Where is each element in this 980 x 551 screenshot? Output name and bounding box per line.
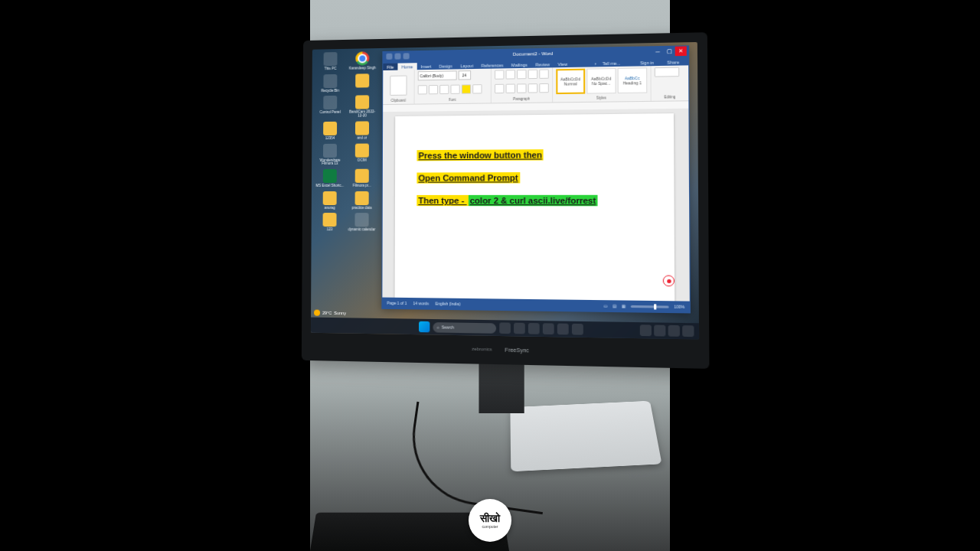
ribbon: Clipboard Calibri (Body) 24: [383, 65, 688, 105]
weather-widget[interactable]: 29°C Sunny: [314, 310, 346, 317]
desktop-icon[interactable]: and or: [347, 121, 377, 140]
maximize-button[interactable]: ▢: [664, 47, 675, 57]
signin-link[interactable]: Sign in: [636, 59, 658, 67]
undo-icon[interactable]: [394, 54, 400, 60]
multilevel-button[interactable]: [517, 70, 526, 79]
view-read-icon[interactable]: ▭: [604, 303, 608, 308]
underline-button[interactable]: [439, 84, 449, 93]
tray-icon[interactable]: [654, 325, 665, 337]
numbering-button[interactable]: [505, 70, 514, 79]
start-button[interactable]: [419, 321, 430, 333]
tab-home[interactable]: Home: [397, 63, 416, 70]
minimize-button[interactable]: ─: [652, 47, 663, 57]
status-page[interactable]: Page 1 of 1: [387, 301, 407, 305]
close-button[interactable]: ✕: [675, 46, 687, 56]
style-nospacing[interactable]: AaBbCcDdNo Spac...: [586, 68, 616, 94]
desktop-icon[interactable]: Wondershare Filmora 13: [315, 143, 345, 166]
desktop-icon[interactable]: 123: [315, 213, 345, 232]
find-button[interactable]: [655, 67, 679, 77]
folder-icon: [323, 191, 337, 205]
taskbar-app[interactable]: [528, 323, 540, 334]
zoom-slider[interactable]: [631, 305, 669, 308]
indent-dec-button[interactable]: [528, 70, 537, 79]
status-lang[interactable]: English (India): [435, 302, 460, 307]
paste-button[interactable]: [390, 75, 407, 95]
desktop-icon[interactable]: Filmora pr...: [347, 169, 377, 188]
bold-button[interactable]: [417, 85, 426, 94]
weather-temp: 29°C: [322, 311, 332, 315]
quick-access-toolbar[interactable]: [386, 53, 409, 60]
italic-button[interactable]: [428, 84, 437, 93]
trackpad-brand: Lenovo: [629, 471, 649, 479]
folder-icon: [355, 121, 369, 135]
strike-button[interactable]: [450, 84, 459, 93]
controlpanel-icon: [323, 96, 337, 109]
tab-mailings[interactable]: Mailings: [508, 61, 531, 69]
view-web-icon[interactable]: ▦: [622, 304, 626, 308]
desktop-icon[interactable]: Karandeep Singh: [347, 51, 377, 70]
taskbar-search[interactable]: ⌕ Search: [433, 322, 496, 334]
desktop-icon[interactable]: DCIM: [347, 143, 377, 166]
bullets-button[interactable]: [495, 70, 504, 79]
desktop-icon[interactable]: BandiCam 2022-12-20: [347, 96, 377, 119]
monitor-brand: zebronics: [472, 347, 492, 352]
cable: [403, 402, 555, 514]
style-heading1[interactable]: AaBbCcHeading 1: [617, 67, 647, 93]
status-words[interactable]: 14 words: [413, 301, 430, 305]
tab-file[interactable]: File: [383, 64, 397, 70]
tab-view[interactable]: View: [554, 60, 571, 68]
redo-icon[interactable]: [403, 53, 410, 59]
monitor: zebronics FreeSync This PC Karandeep Sin…: [302, 32, 710, 369]
save-icon[interactable]: [386, 54, 392, 60]
folder-icon: [355, 191, 369, 205]
search-icon: ⌕: [437, 324, 439, 329]
tab-design[interactable]: Design: [435, 62, 456, 70]
desktop-icon[interactable]: MS Excel Shortc...: [315, 169, 345, 188]
tray-icon[interactable]: [682, 325, 694, 337]
justify-button[interactable]: [528, 83, 537, 93]
desktop-icon[interactable]: 12354: [315, 122, 345, 141]
desktop-icon[interactable]: [347, 73, 377, 93]
tab-review[interactable]: Review: [531, 60, 554, 68]
doc-line-1[interactable]: Press the window button then: [416, 148, 651, 161]
doc-line-3[interactable]: Then type - color 2 & curl ascii.live/fo…: [416, 194, 651, 207]
tab-insert[interactable]: Insert: [416, 63, 435, 70]
align-left-button[interactable]: [495, 83, 504, 93]
desktop-icon[interactable]: dynamic calendar: [346, 214, 377, 233]
highlight-button[interactable]: [461, 84, 470, 93]
document-area[interactable]: Press the window button then Open Comman…: [382, 109, 689, 302]
folder-icon: [355, 73, 369, 87]
taskbar-app[interactable]: [514, 323, 525, 334]
record-indicator-icon: [663, 276, 675, 287]
page[interactable]: Press the window button then Open Comman…: [395, 113, 675, 301]
align-center-button[interactable]: [505, 83, 514, 93]
zoom-value[interactable]: 100%: [674, 305, 684, 310]
share-button[interactable]: Share: [663, 58, 684, 66]
font-size[interactable]: 24: [458, 70, 470, 80]
taskbar-app[interactable]: [543, 323, 554, 334]
desktop-icons: This PC Karandeep Singh Recycle Bin Cont…: [315, 51, 381, 233]
desktop-icon[interactable]: Recycle Bin: [315, 74, 346, 93]
taskbar-app[interactable]: [557, 324, 569, 335]
channel-sub: computer: [482, 524, 498, 529]
channel-name: सीखो: [480, 513, 500, 523]
app-icon: [354, 214, 368, 227]
tab-layout[interactable]: Layout: [456, 62, 477, 70]
indent-inc-button[interactable]: [539, 69, 549, 78]
font-color-button[interactable]: [472, 84, 482, 93]
font-name[interactable]: Calibri (Body): [417, 70, 456, 80]
view-print-icon[interactable]: ▤: [612, 304, 616, 308]
desktop-icon[interactable]: anurag: [315, 191, 345, 210]
desktop-icon[interactable]: practice data: [347, 191, 377, 210]
tray-icon[interactable]: [640, 324, 652, 336]
shading-button[interactable]: [539, 83, 549, 92]
desktop-icon[interactable]: This PC: [315, 52, 346, 71]
taskbar-app[interactable]: [499, 322, 511, 334]
doc-line-2[interactable]: Open Command Prompt: [416, 171, 651, 184]
style-normal[interactable]: AaBbCcDdNormal: [556, 69, 585, 94]
taskbar-app[interactable]: [572, 324, 583, 335]
tray-icon[interactable]: [668, 325, 680, 337]
desktop-icon[interactable]: Control Panel: [315, 96, 345, 119]
group-paragraph: Paragraph: [492, 67, 553, 103]
align-right-button[interactable]: [517, 83, 527, 93]
